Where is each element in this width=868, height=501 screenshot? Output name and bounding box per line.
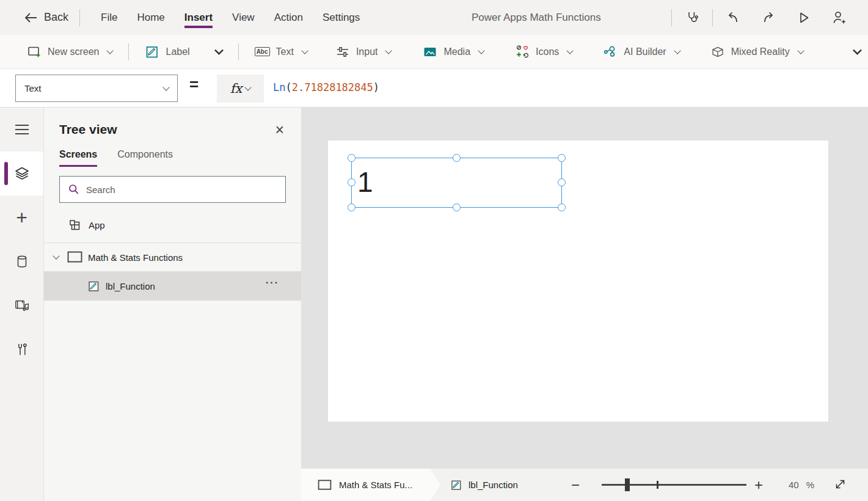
tab-components[interactable]: Components [117, 149, 173, 167]
search-input[interactable] [86, 185, 269, 195]
breadcrumb-control[interactable]: lbl_Function [450, 469, 518, 501]
divider [712, 9, 713, 26]
screen-icon [318, 480, 332, 491]
mixed-reality-dropdown[interactable]: Mixed Reality [710, 45, 803, 59]
label-pencil-icon [145, 45, 159, 59]
zoom-percentage: 40 % [789, 469, 814, 501]
menu-view[interactable]: View [222, 12, 264, 24]
menu-insert[interactable]: Insert [175, 12, 222, 24]
label-control-text: 1 [357, 164, 373, 201]
selected-label-control[interactable]: 1 [351, 158, 562, 208]
tree-item-screen[interactable]: Math & Stats Functions [44, 243, 301, 271]
formula-paren-close: ) [373, 81, 379, 93]
app-screen-artboard[interactable]: 1 [328, 141, 828, 422]
resize-handle-top-left[interactable] [348, 154, 356, 162]
formula-paren-open: ( [285, 81, 291, 93]
more-options-icon[interactable]: ··· [266, 277, 279, 288]
chevron-down-icon [301, 47, 308, 54]
expand-chevron-icon[interactable] [53, 252, 59, 259]
media-image-icon [423, 45, 437, 59]
zoom-value: 40 [789, 480, 799, 490]
resize-handle-middle-right[interactable] [558, 178, 566, 186]
canvas-backdrop: 1 [301, 108, 868, 469]
property-selector[interactable]: Text [15, 75, 178, 102]
close-icon[interactable]: × [275, 123, 284, 136]
back-label: Back [44, 11, 68, 24]
resize-handle-bottom-right[interactable] [558, 203, 566, 211]
chevron-down-icon [478, 47, 484, 54]
app-title: Power Apps Math Functions [472, 0, 601, 35]
breadcrumb-screen[interactable]: Math & Stats Fu... [301, 469, 440, 501]
data-nav-button[interactable] [0, 240, 43, 283]
input-sliders-icon [335, 45, 350, 59]
advanced-tools-nav-button[interactable] [0, 327, 43, 371]
zoom-out-button[interactable]: − [571, 469, 580, 501]
new-screen-icon [27, 45, 42, 59]
resize-handle-top-center[interactable] [453, 154, 461, 162]
tree-item-app[interactable]: App [44, 211, 301, 239]
app-checker-icon[interactable] [674, 10, 710, 25]
formula-input[interactable]: Ln(2.71828182845) [273, 69, 379, 108]
ai-builder-dropdown[interactable]: AI Builder [603, 45, 679, 59]
play-icon[interactable] [786, 11, 822, 24]
menu-action[interactable]: Action [264, 12, 313, 24]
tab-screens[interactable]: Screens [59, 149, 97, 167]
tree-view-tabs: Screens Components [44, 137, 301, 167]
breadcrumb-label: lbl_Function [469, 480, 518, 490]
top-right-actions [669, 0, 868, 35]
database-icon [15, 254, 29, 269]
breadcrumb-label: Math & Stats Fu... [339, 480, 412, 490]
input-dropdown[interactable]: Input [335, 45, 392, 59]
tree-item-control-selected[interactable]: lbl_Function ··· [44, 271, 301, 301]
mixed-reality-cube-icon [710, 45, 725, 59]
label-pencil-icon [87, 280, 100, 293]
menu-home[interactable]: Home [127, 12, 174, 24]
new-screen-button[interactable]: New screen [27, 45, 112, 59]
back-button[interactable]: Back [24, 11, 68, 24]
ribbon-overflow-chevron-icon[interactable] [853, 46, 863, 56]
redo-icon[interactable] [751, 10, 786, 25]
tree-view-nav-button[interactable] [0, 152, 43, 196]
screen-icon [67, 251, 82, 263]
text-dropdown[interactable]: Abc Text [255, 46, 307, 57]
hamburger-icon [15, 125, 29, 134]
menu-settings[interactable]: Settings [313, 12, 370, 24]
more-controls-chevron-icon[interactable] [214, 46, 224, 56]
divider [238, 43, 239, 60]
divider [671, 9, 672, 26]
resize-handle-top-right[interactable] [558, 154, 566, 162]
zoom-slider-thumb[interactable] [625, 478, 630, 491]
fx-dropdown[interactable]: fx [217, 75, 264, 103]
divider [128, 43, 129, 60]
search-box [59, 176, 286, 203]
collapse-menu-button[interactable] [0, 108, 43, 152]
label-button[interactable]: Label [145, 45, 189, 59]
insert-ribbon: New screen Label Abc Text Input [0, 35, 868, 69]
undo-icon[interactable] [715, 10, 751, 25]
share-person-icon[interactable] [822, 10, 857, 26]
insert-nav-button[interactable]: + [0, 196, 43, 240]
chevron-down-icon [797, 47, 804, 54]
powerapps-studio: { "colors": { "accent_purple": "#742774"… [0, 0, 868, 501]
app-icon [68, 218, 82, 232]
icons-dropdown[interactable]: Icons [516, 45, 572, 59]
tools-icon [15, 342, 29, 357]
icons-collection-icon [516, 45, 530, 59]
chevron-down-icon [567, 47, 574, 54]
media-nav-button[interactable] [0, 283, 43, 327]
zoom-slider[interactable] [602, 484, 746, 486]
tree-view-panel: Tree view × Screens Components App Math … [43, 108, 301, 501]
chevron-down-icon [245, 84, 252, 90]
zoom-in-button[interactable]: + [754, 469, 763, 501]
formula-number: 2.71828182845 [292, 81, 373, 93]
percent-sign: % [806, 480, 814, 490]
abc-icon: Abc [255, 47, 270, 56]
resize-handle-middle-left[interactable] [348, 178, 356, 186]
menu-file[interactable]: File [91, 12, 127, 24]
resize-handle-bottom-left[interactable] [348, 203, 356, 211]
media-dropdown[interactable]: Media [423, 45, 484, 59]
label-pencil-icon [450, 479, 462, 491]
layers-icon [14, 166, 30, 181]
resize-handle-bottom-center[interactable] [453, 203, 461, 211]
fit-to-window-icon[interactable] [834, 478, 847, 491]
